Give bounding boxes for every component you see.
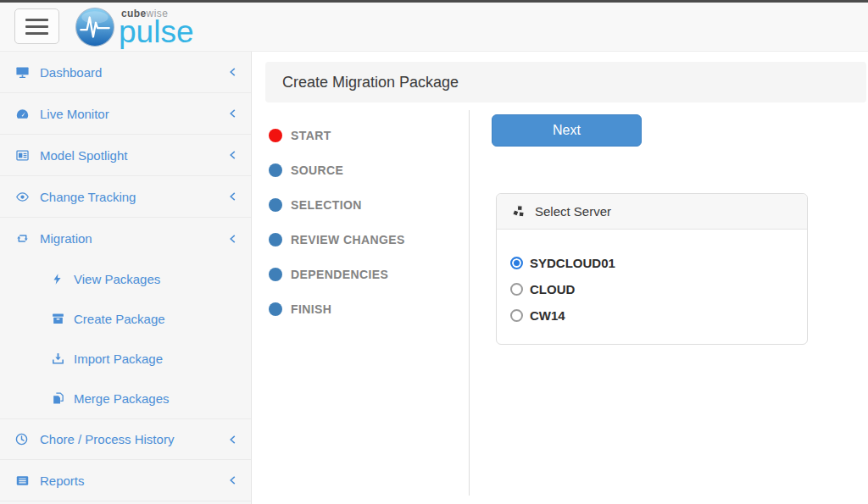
cubes-icon <box>511 204 527 219</box>
chevron-left-icon <box>228 233 237 245</box>
select-server-options: SYDCLOUD01 CLOUD CW14 <box>497 230 807 329</box>
pulse-app: cubewise pulse Dashboard <box>0 0 868 504</box>
sidebar-toggle-button[interactable] <box>14 8 59 44</box>
sidebar-item-live-monitor[interactable]: Live Monitor <box>0 93 251 135</box>
step-dot <box>269 129 282 142</box>
download-icon <box>51 352 66 367</box>
step-label: START <box>291 129 331 142</box>
server-option-label[interactable]: CLOUD <box>530 282 575 296</box>
sidebar-item-reports[interactable]: Reports <box>0 460 251 501</box>
wizard-step-dependencies: DEPENDENCIES <box>269 257 464 291</box>
migration-submenu: View Packages Create Package <box>0 259 251 418</box>
chevron-left-icon <box>228 474 237 486</box>
wizard-steps: START SOURCE SELECTION REVIEW CHANGES DE… <box>269 118 464 326</box>
sidebar-item-dashboard[interactable]: Dashboard <box>0 52 251 93</box>
wizard-step-start: START <box>269 118 464 152</box>
select-server-title: Select Server <box>535 204 611 219</box>
radio-button[interactable] <box>510 283 523 296</box>
sidebar-nav: Dashboard Live Monitor <box>0 52 252 504</box>
desktop-icon <box>14 64 32 80</box>
server-option-label[interactable]: SYDCLOUD01 <box>530 256 615 270</box>
wizard-step-selection: SELECTION <box>269 187 464 222</box>
sidebar-item-label: Import Package <box>74 352 163 366</box>
page-title-bar: Create Migration Package <box>265 62 866 102</box>
chevron-left-icon <box>228 434 237 446</box>
step-label: SOURCE <box>291 163 343 177</box>
step-dot <box>269 233 282 246</box>
sidebar-item-import-package[interactable]: Import Package <box>0 339 251 379</box>
pulse-logo-icon <box>75 7 115 47</box>
hamburger-icon <box>25 19 48 21</box>
page-title: Create Migration Package <box>282 74 459 91</box>
sidebar-item-view-packages[interactable]: View Packages <box>0 259 251 299</box>
sidebar-item-merge-packages[interactable]: Merge Packages <box>0 379 251 418</box>
top-header: cubewise pulse <box>0 0 868 52</box>
server-option-cloud[interactable]: CLOUD <box>510 276 792 302</box>
sidebar-item-label: Chore / Process History <box>40 432 174 446</box>
sidebar-item-label: Merge Packages <box>74 391 170 406</box>
step-label: DEPENDENCIES <box>291 268 388 281</box>
sidebar-item-label: Migration <box>40 231 92 246</box>
brand-pulse: pulse <box>119 19 193 45</box>
sidebar-item-label: Live Monitor <box>40 107 109 121</box>
sidebar-item-label: Reports <box>40 474 85 488</box>
sidebar-item-create-package[interactable]: Create Package <box>0 299 251 339</box>
archive-box-icon <box>51 312 66 327</box>
chevron-left-icon <box>228 191 237 202</box>
wizard-step-review-changes: REVIEW CHANGES <box>269 222 464 257</box>
select-server-panel-header: Select Server <box>497 194 807 230</box>
eye-icon <box>14 189 32 204</box>
step-label: REVIEW CHANGES <box>291 233 405 246</box>
wizard-step-source: SOURCE <box>269 152 464 187</box>
sidebar-item-change-tracking[interactable]: Change Tracking <box>0 176 251 218</box>
step-label: FINISH <box>291 302 331 316</box>
list-icon <box>14 473 32 488</box>
sidebar-item-model-spotlight[interactable]: Model Spotlight <box>0 135 251 176</box>
next-button[interactable]: Next <box>492 114 642 147</box>
server-option-sydcloud01[interactable]: SYDCLOUD01 <box>510 250 792 276</box>
sync-arrows-icon <box>14 231 32 246</box>
server-option-label[interactable]: CW14 <box>530 308 565 323</box>
newspaper-icon <box>14 147 32 163</box>
sidebar-item-migration[interactable]: Migration <box>0 218 251 259</box>
vertical-divider <box>469 110 470 496</box>
step-dot <box>269 302 282 316</box>
step-dot <box>269 268 282 281</box>
step-dot <box>269 163 282 177</box>
sidebar-item-chore-process-history[interactable]: Chore / Process History <box>0 418 251 460</box>
radio-button[interactable] <box>510 309 523 322</box>
radio-button[interactable] <box>510 257 523 269</box>
step-label: SELECTION <box>291 198 362 212</box>
sidebar-item-label: Model Spotlight <box>40 148 127 163</box>
chevron-left-icon <box>228 66 237 78</box>
clock-icon <box>14 432 32 447</box>
step-dot <box>269 198 282 212</box>
sidebar-item-label: Change Tracking <box>40 190 136 204</box>
wizard-step-finish: FINISH <box>269 291 464 326</box>
pulse-logo[interactable]: cubewise pulse <box>75 7 193 47</box>
copy-pages-icon <box>51 391 66 407</box>
main-content: Create Migration Package START SOURCE SE… <box>253 52 868 504</box>
bolt-icon <box>51 272 66 287</box>
server-option-cw14[interactable]: CW14 <box>510 302 792 329</box>
sidebar-item-label: View Packages <box>74 272 160 286</box>
gauge-icon <box>14 106 32 121</box>
chevron-left-icon <box>228 149 237 161</box>
sidebar-item-label: Dashboard <box>40 65 102 80</box>
sidebar-item-label: Create Package <box>74 312 165 326</box>
select-server-panel: Select Server SYDCLOUD01 CLOUD CW14 <box>496 193 808 345</box>
chevron-left-icon <box>228 108 237 119</box>
